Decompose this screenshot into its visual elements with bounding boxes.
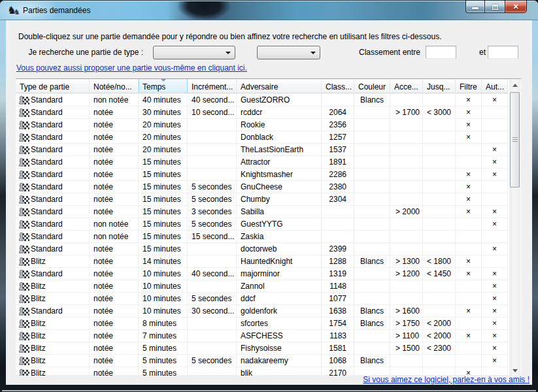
cell-time: 20 minutes xyxy=(139,119,188,131)
cell-acce xyxy=(390,94,423,106)
column-header-time[interactable]: Temps xyxy=(139,79,188,93)
cell-couleur: Blancs xyxy=(354,255,390,268)
table-row[interactable]: Standardnon notée15 minutes5 secondesGue… xyxy=(16,218,508,231)
cell-aut: × xyxy=(482,268,508,280)
pawn-chessboard-icon xyxy=(18,257,29,267)
table-row[interactable]: Standardnotée20 minutesTheLastSionEarth1… xyxy=(16,144,508,156)
maximize-button[interactable] xyxy=(485,1,505,13)
cell-type: Standard xyxy=(16,94,90,106)
minimize-button[interactable] xyxy=(465,1,485,13)
cell-type: Standard xyxy=(16,106,90,119)
game-type-combo[interactable] xyxy=(153,46,235,59)
cell-jusq: < 3000 xyxy=(423,106,456,119)
column-header-type[interactable]: Type de partie xyxy=(16,79,90,93)
scroll-up-icon xyxy=(513,84,518,87)
cell-filtre: × xyxy=(456,330,482,342)
table-row[interactable]: Standardnotée15 minutes3 secondesSabilla… xyxy=(16,206,508,218)
cell-adversaire: Chumby xyxy=(237,193,322,206)
cell-increment xyxy=(188,169,237,181)
column-header-classement[interactable]: Class... xyxy=(322,79,354,93)
cell-rated: notée xyxy=(90,169,139,181)
column-header-rated[interactable]: Notée/no... xyxy=(90,79,139,93)
table-row[interactable]: Standardnotée15 minutes5 secondesChumby2… xyxy=(16,193,508,206)
table-row[interactable]: Blitznotée5 minutes5 secondesnadakareemy… xyxy=(16,355,508,367)
vertical-scrollbar[interactable] xyxy=(509,80,520,376)
cell-adversaire: rcddcr xyxy=(237,106,322,119)
cell-type: Standard xyxy=(16,181,90,193)
table-row[interactable]: Blitznotée7 minutesASFCHESS1183> 1100< 2… xyxy=(16,330,508,342)
cell-classement: 2064 xyxy=(322,106,354,119)
cell-filtre xyxy=(456,243,482,255)
table-row[interactable]: Standardnotée15 minutesdoctorweb2399× xyxy=(16,243,508,255)
cell-aut: × xyxy=(482,218,508,231)
cell-couleur xyxy=(354,106,390,119)
table-row[interactable]: Standardnotée10 minutes30 second...golde… xyxy=(16,305,508,318)
column-header-jusq[interactable]: Jusq... xyxy=(423,79,456,93)
pawn-chessboard-icon xyxy=(18,170,29,180)
table-row[interactable]: Standardnotée15 minutes5 secondesGnuChee… xyxy=(16,181,508,193)
cell-couleur xyxy=(354,293,390,305)
cell-increment: 5 secondes xyxy=(188,355,237,367)
cell-jusq xyxy=(423,206,456,218)
table-row[interactable]: Blitznotée5 minutesFishysoisse1581> 1500… xyxy=(16,342,508,355)
column-header-acce[interactable]: Acce... xyxy=(390,79,423,93)
table-row[interactable]: Blitznotée14 minutesHauntedKnight1288Bla… xyxy=(16,255,508,268)
cell-type: Blitz xyxy=(16,342,90,355)
scroll-up-button[interactable] xyxy=(509,80,520,90)
cell-aut: × xyxy=(482,305,508,318)
cell-rated: non notée xyxy=(90,218,139,231)
column-header-aut[interactable]: Aut... xyxy=(482,79,508,93)
column-header-couleur[interactable]: Couleur xyxy=(354,79,390,93)
cell-type: Standard xyxy=(16,131,90,144)
cell-rated: notée xyxy=(90,106,139,119)
cell-type: Standard xyxy=(16,243,90,255)
column-header-adversaire[interactable]: Adversaire xyxy=(237,79,322,93)
table-row[interactable]: Standardnotée30 minutes10 second...rcddc… xyxy=(16,106,508,119)
classement-label: Classement entre xyxy=(359,48,418,57)
pawn-chessboard-icon xyxy=(18,269,29,279)
title-bar[interactable]: ♞♞ Parties demandées ✕ xyxy=(0,0,538,20)
table-row[interactable]: Standardnotée20 minutesDonblack1257× xyxy=(16,131,508,144)
cell-classement: 1148 xyxy=(322,280,354,293)
table-row[interactable]: Blitznotée8 minutessfcortes1754Blancs> 1… xyxy=(16,318,508,330)
table-row[interactable]: Standardnon notée15 minutes15 second...Z… xyxy=(16,231,508,243)
rating-min-input[interactable] xyxy=(426,46,456,59)
et-label: et xyxy=(479,48,486,57)
share-software-link[interactable]: Si vous aimez ce logiciel, parlez-en à v… xyxy=(363,375,530,384)
cell-classement xyxy=(322,218,354,231)
table-row[interactable]: Blitznotée10 minutes5 secondesddcf1077× xyxy=(16,293,508,305)
games-table: Type de partieNotée/no...TempsIncrément.… xyxy=(16,78,521,375)
close-button[interactable]: ✕ xyxy=(505,1,527,13)
cell-rated: notée xyxy=(90,206,139,218)
cell-classement: 2380 xyxy=(322,181,354,193)
table-row[interactable]: Standardnotée15 minutesKnightsmasher2286… xyxy=(16,169,508,181)
cell-filtre xyxy=(456,231,482,243)
pawn-chessboard-icon xyxy=(18,282,29,291)
cell-couleur xyxy=(354,206,390,218)
table-row[interactable]: Standardnotée10 minutes40 second...major… xyxy=(16,268,508,280)
cell-couleur xyxy=(354,169,390,181)
rating-max-input[interactable] xyxy=(488,46,518,59)
table-row[interactable]: Standardnotée15 minutesAttractor1891× xyxy=(16,156,508,169)
cell-adversaire: HauntedKnight xyxy=(237,255,322,268)
cell-acce: > 1300 xyxy=(390,255,423,268)
column-header-increment[interactable]: Incrément... xyxy=(188,79,237,93)
table-row[interactable]: Standardnon notée40 minutes40 second...G… xyxy=(16,94,508,106)
cell-rated: notée xyxy=(90,318,139,330)
scrollbar-thumb[interactable] xyxy=(510,92,520,188)
caption-buttons: ✕ xyxy=(465,1,527,13)
cell-adversaire: GuestYYTG xyxy=(237,218,322,231)
scroll-down-button[interactable] xyxy=(509,365,520,376)
cell-filtre: × xyxy=(456,94,482,106)
cell-acce: > 1700 xyxy=(390,106,423,119)
column-header-filtre[interactable]: Filtre xyxy=(456,79,482,93)
cell-aut xyxy=(482,193,508,206)
cell-couleur xyxy=(354,342,390,355)
propose-game-link[interactable]: Vous pouvez aussi proposer une partie vo… xyxy=(16,63,247,73)
intro-text: Double-cliquez sur une partie demandée p… xyxy=(18,32,441,41)
game-subtype-combo[interactable] xyxy=(257,46,320,59)
cell-aut xyxy=(482,255,508,268)
pawn-chessboard-icon xyxy=(18,306,29,316)
table-row[interactable]: Standardnotée20 minutesRookie2356× xyxy=(16,119,508,131)
table-row[interactable]: Blitznotée10 minutesZannol1148× xyxy=(16,280,508,293)
